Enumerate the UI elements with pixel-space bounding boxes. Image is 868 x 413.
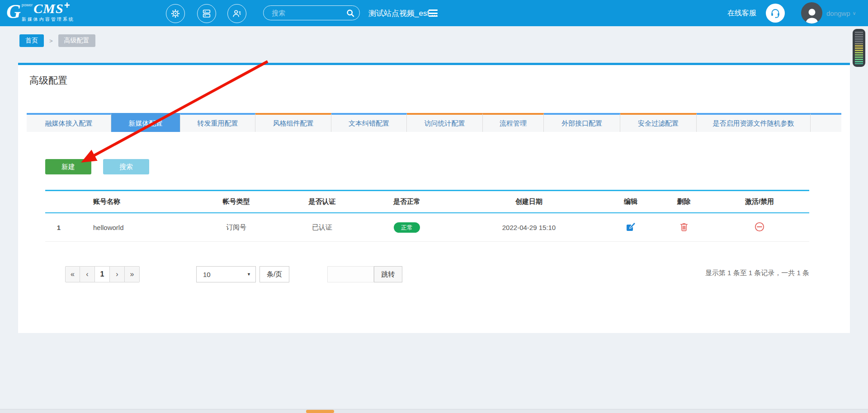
top-header: G power CMS + 新媒体内容管理系统 [0,0,868,26]
record-summary: 显示第 1 条至 1 条记录，一共 1 条 [705,269,809,277]
search-icon[interactable] [346,9,355,18]
user-menu[interactable]: dongwp ∨ [826,0,856,26]
tab-new-media-config[interactable]: 新媒体配置 [111,113,180,132]
created-date-cell: 2022-04-29 15:10 [454,213,604,242]
logo-subtitle: 新媒体内容管理系统 [22,16,75,23]
first-page-button[interactable]: « [65,266,80,282]
tab-external-api-config[interactable]: 外部接口配置 [544,113,620,132]
edit-icon[interactable] [625,221,636,234]
tab-text-correction-config[interactable]: 文本纠错配置 [331,113,407,132]
username-label: dongwp [826,9,850,17]
page-size-value: 10 [203,271,211,278]
pagination: « ‹ 1 › » 10 ▼ 条/页 跳转 显示第 1 条至 1 条记录，一共 … [45,265,809,284]
account-type-cell: 订阅号 [188,213,285,242]
logo-g-icon: G [6,2,21,22]
settings-icon[interactable] [166,4,185,23]
horizontal-scrollbar-thumb[interactable] [306,410,334,413]
certified-cell: 已认证 [285,213,359,242]
horizontal-scrollbar[interactable] [0,409,868,413]
tab-style-component-config[interactable]: 风格组件配置 [255,113,331,132]
next-page-button[interactable]: › [110,266,125,282]
col-delete-header: 删除 [658,191,710,213]
delete-icon[interactable] [679,222,689,233]
row-index: 1 [45,213,72,242]
search-button[interactable]: 搜索 [103,159,149,174]
user-admin-icon[interactable] [227,4,246,23]
prev-page-button[interactable]: ‹ [80,266,95,282]
tab-filler [811,113,841,132]
menu-icon[interactable] [429,9,438,19]
jump-page-input[interactable] [327,266,374,282]
headset-icon[interactable] [766,4,785,23]
breadcrumb-home[interactable]: 首页 [19,34,44,47]
tab-converged-media-config[interactable]: 融媒体接入配置 [27,113,111,132]
new-button[interactable]: 新建 [45,159,91,174]
logo[interactable]: G power CMS + 新媒体内容管理系统 [6,2,75,23]
main-panel: 高级配置 融媒体接入配置 新媒体配置 转发重用配置 风格组件配置 文本纠错配置 … [18,63,850,333]
caret-down-icon: ∨ [853,10,856,16]
edit-cell [604,213,658,242]
disable-icon[interactable] [754,221,765,234]
modules-icon[interactable] [197,4,216,23]
delete-cell [658,213,710,242]
col-activate-header: 激活/禁用 [710,191,809,213]
col-account-name-header: 账号名称 [72,191,188,213]
select-caret-icon: ▼ [247,272,251,277]
activate-cell [710,213,809,242]
tab-forward-reuse-config[interactable]: 转发重用配置 [180,113,255,132]
app: G power CMS + 新媒体内容管理系统 [0,0,868,413]
breadcrumb: 首页 > 高级配置 [19,34,95,47]
breadcrumb-current[interactable]: 高级配置 [58,34,95,47]
scroll-meter-bars [855,32,863,64]
logo-text: power CMS + 新媒体内容管理系统 [22,2,75,23]
col-edit-header: 编辑 [604,191,658,213]
page-1-button[interactable]: 1 [95,266,110,282]
logo-power-label: power [22,3,33,7]
table-row: 1 helloworld 订阅号 已认证 正常 2022-04-29 15:10 [45,213,809,242]
tab-resource-random-param[interactable]: 是否启用资源文件随机参数 [697,113,811,132]
search-input[interactable] [271,9,346,17]
logo-brand: CMS [33,2,63,15]
online-support-label[interactable]: 在线客服 [727,0,756,26]
tab-bar: 融媒体接入配置 新媒体配置 转发重用配置 风格组件配置 文本纠错配置 访问统计配… [27,113,841,132]
tab-security-filter-config[interactable]: 安全过滤配置 [620,113,697,132]
logo-plus: + [64,2,70,9]
tab-visit-stats-config[interactable]: 访问统计配置 [407,113,483,132]
table-header-row: 账号名称 帐号类型 是否认证 是否正常 创建日期 编辑 删除 激活/禁用 [45,191,809,213]
page-size-select[interactable]: 10 ▼ [196,266,256,282]
col-certified-header: 是否认证 [285,191,359,213]
accounts-table: 账号名称 帐号类型 是否认证 是否正常 创建日期 编辑 删除 激活/禁用 1 h… [45,190,809,242]
site-title[interactable]: 测试站点视频_esf ... [368,0,438,26]
scroll-meter-widget [853,29,865,67]
col-index-header [45,191,72,213]
account-name-cell: helloworld [72,213,188,242]
avatar[interactable] [801,2,822,23]
last-page-button[interactable]: » [125,266,140,282]
page-title: 高级配置 [29,74,67,87]
status-cell: 正常 [359,213,454,242]
pager: « ‹ 1 › » [65,266,140,282]
tab-workflow-management[interactable]: 流程管理 [483,113,544,132]
per-page-label: 条/页 [259,266,289,282]
status-badge: 正常 [394,222,420,233]
col-status-header: 是否正常 [359,191,454,213]
col-account-type-header: 帐号类型 [188,191,285,213]
jump-button[interactable]: 跳转 [374,266,402,282]
breadcrumb-separator: > [49,38,53,44]
global-search [263,5,360,20]
col-created-header: 创建日期 [454,191,604,213]
